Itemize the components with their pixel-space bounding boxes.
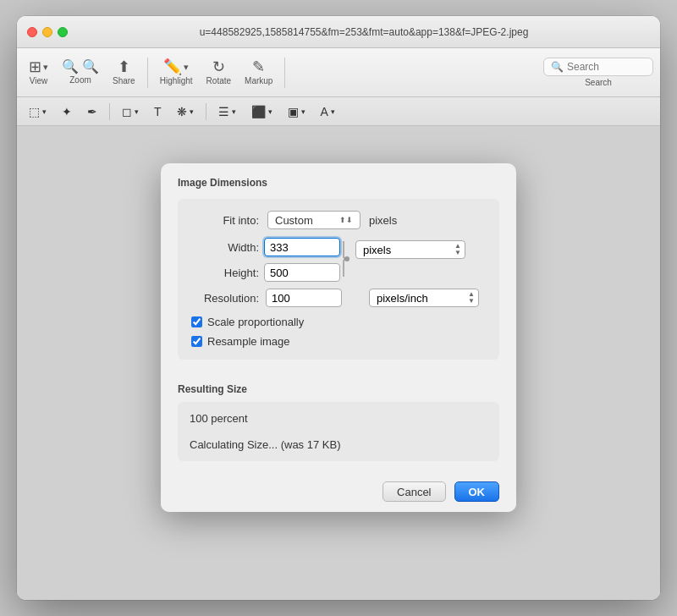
select-icon: ⬚ (29, 105, 40, 118)
zoom-label: Zoom (69, 75, 91, 85)
fit-chevron-icon: ⬆⬇ (339, 216, 353, 224)
highlight-chevron: ▾ (184, 63, 189, 72)
wh-inputs: Width: Height: (191, 238, 340, 282)
modal-overlay: Image Dimensions Fit into: Custom ⬆⬇ pix… (17, 126, 660, 600)
lasso-icon: ✦ (62, 105, 72, 118)
markup-icon: ✎ (252, 59, 265, 74)
ok-button[interactable]: OK (454, 481, 500, 502)
link-bracket-icon (340, 238, 355, 280)
dialog-title: Image Dimensions (178, 177, 499, 189)
align-icon: ☰ (218, 105, 229, 118)
main-toolbar: ⊞ ▾ View 🔍 🔍 Zoom ⬆ Share ✏️ ▾ (17, 48, 660, 97)
result-section: Resulting Size 100 percent Calculating S… (161, 373, 516, 471)
tool-divider-1 (109, 103, 110, 120)
shape-tool[interactable]: ◻ (117, 102, 144, 121)
fit-into-row: Fit into: Custom ⬆⬇ pixels (191, 211, 486, 229)
highlight-label: Highlight (160, 76, 193, 85)
stamp-icon: ❋ (177, 105, 187, 118)
result-size: Calculating Size... (was 17 KB) (190, 438, 487, 451)
height-label: Height: (191, 267, 259, 279)
rotate-label: Rotate (206, 76, 231, 85)
border-icon: ⬛ (251, 105, 266, 118)
minimize-button[interactable] (42, 27, 52, 37)
fit-dropdown[interactable]: Custom ⬆⬇ (267, 211, 361, 229)
text-tool[interactable]: T (149, 102, 167, 121)
pixels-select[interactable]: pixels inches cm ▲ ▼ (355, 240, 465, 259)
toolbar-highlight[interactable]: ✏️ ▾ Highlight (155, 56, 198, 89)
dialog-form-body: Fit into: Custom ⬆⬇ pixels Width: (178, 199, 499, 360)
markup-label: Markup (245, 76, 272, 85)
wh-section: Width: Height: (191, 238, 486, 282)
rotate-icon: ↻ (212, 59, 225, 74)
font-tool[interactable]: A (316, 102, 340, 121)
align-tool[interactable]: ☰ (213, 102, 241, 121)
maximize-button[interactable] (58, 27, 68, 37)
resolution-unit-select[interactable]: pixels/inch pixels/cm ▲ ▼ (369, 289, 479, 307)
toolbar-zoom: 🔍 🔍 Zoom (57, 57, 104, 88)
resolution-unit-input[interactable]: pixels/inch pixels/cm (370, 290, 478, 306)
text-icon: T (154, 105, 162, 118)
view-icon: ⊞ (29, 59, 41, 74)
shape-icon: ◻ (122, 105, 132, 118)
resample-checkbox[interactable] (191, 336, 202, 347)
search-label: Search (543, 78, 653, 87)
result-percent: 100 percent (190, 412, 487, 425)
toolbar-rotate[interactable]: ↻ Rotate (201, 56, 236, 89)
cancel-button[interactable]: Cancel (383, 481, 445, 502)
share-icon: ⬆ (118, 59, 130, 74)
scale-checkbox[interactable] (191, 316, 202, 327)
resolution-label: Resolution: (191, 292, 259, 305)
resample-checkbox-row: Resample image (191, 335, 486, 348)
height-input[interactable] (264, 263, 340, 282)
zoom-out-icon[interactable]: 🔍 (62, 60, 79, 74)
fit-value: Custom (275, 214, 313, 227)
height-row: Height: (191, 263, 340, 282)
scale-checkbox-row: Scale proportionally (191, 316, 486, 328)
view-chevron: ▾ (43, 63, 48, 72)
fit-label: Fit into: (191, 214, 259, 227)
border-tool[interactable]: ⬛ (246, 102, 278, 121)
fit-unit: pixels (369, 214, 397, 227)
toolbar-share[interactable]: ⬆ Share (107, 56, 140, 89)
main-window: u=448582925,1585814755&fm=253&fmt=auto&a… (17, 16, 660, 600)
resample-label: Resample image (207, 335, 290, 348)
search-input[interactable] (567, 61, 646, 73)
view-label: View (30, 76, 48, 85)
pen-tool[interactable]: ✒ (82, 102, 102, 121)
resolution-row: Resolution: pixels/inch pixels/cm ▲ (191, 289, 486, 307)
pixels-select-input[interactable]: pixels inches cm (356, 242, 465, 258)
fill-tool[interactable]: ▣ (283, 102, 311, 121)
content-area: Image Dimensions Fit into: Custom ⬆⬇ pix… (17, 126, 660, 600)
svg-point-0 (344, 256, 350, 261)
zoom-in-icon[interactable]: 🔍 (82, 60, 99, 74)
pen-icon: ✒ (87, 105, 97, 118)
fill-icon: ▣ (288, 105, 299, 118)
share-label: Share (113, 76, 135, 85)
width-label: Width: (191, 241, 259, 254)
search-box[interactable]: 🔍 (543, 58, 653, 76)
link-bracket-area (340, 238, 355, 280)
width-input[interactable] (264, 238, 340, 256)
titlebar: u=448582925,1585814755&fm=253&fmt=auto&a… (17, 16, 660, 48)
window-title: u=448582925,1585814755&fm=253&fmt=auto&a… (78, 26, 650, 38)
pixels-dropdown-container: pixels inches cm ▲ ▼ (355, 240, 465, 259)
tool-divider-2 (206, 103, 206, 120)
scale-label: Scale proportionally (207, 316, 304, 328)
image-dimensions-dialog: Image Dimensions Fit into: Custom ⬆⬇ pix… (161, 163, 516, 512)
dialog-header-section: Image Dimensions Fit into: Custom ⬆⬇ pix… (161, 163, 516, 373)
traffic-lights (27, 27, 68, 37)
secondary-toolbar: ⬚ ✦ ✒ ◻ T ❋ ☰ ⬛ ▣ A (17, 97, 660, 126)
select-tool[interactable]: ⬚ (24, 102, 52, 121)
resolution-input[interactable] (266, 289, 342, 307)
result-title: Resulting Size (178, 383, 499, 395)
dialog-footer: Cancel OK (161, 471, 516, 512)
result-body: 100 percent Calculating Size... (was 17 … (178, 402, 499, 461)
toolbar-view[interactable]: ⊞ ▾ View (24, 56, 53, 89)
lasso-tool[interactable]: ✦ (57, 102, 77, 121)
search-icon: 🔍 (551, 61, 564, 73)
close-button[interactable] (27, 27, 37, 37)
stamp-tool[interactable]: ❋ (172, 102, 199, 121)
toolbar-markup[interactable]: ✎ Markup (239, 56, 278, 89)
toolbar-divider-1 (147, 58, 148, 88)
width-row: Width: (191, 238, 340, 256)
